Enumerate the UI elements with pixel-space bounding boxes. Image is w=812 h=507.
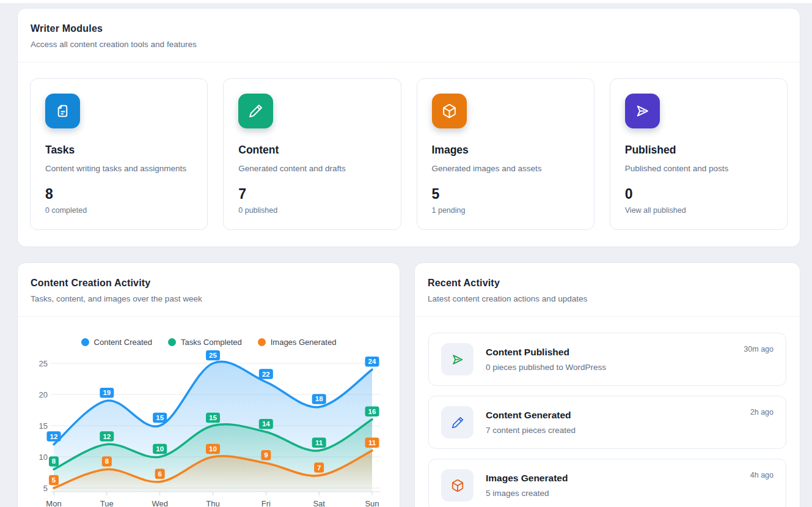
- svg-text:20: 20: [39, 390, 48, 399]
- svg-text:Sat: Sat: [313, 499, 325, 507]
- svg-text:6: 6: [158, 470, 161, 478]
- module-description: Generated images and assets: [432, 164, 579, 173]
- activity-timestamp: 2h ago: [750, 408, 774, 416]
- chart-panel-header: Content Creation Activity Tasks, content…: [18, 263, 400, 317]
- modules-grid: Tasks Content writing tasks and assignme…: [18, 62, 800, 246]
- chart-legend: Content Created Tasks Completed Images G…: [27, 338, 390, 347]
- page-subtitle: Access all content creation tools and fe…: [31, 40, 787, 49]
- module-title: Content: [238, 144, 386, 157]
- activity-timestamp: 4h ago: [750, 471, 774, 479]
- legend-dot-orange: [258, 338, 266, 346]
- chart-title: Content Creation Activity: [31, 278, 387, 289]
- svg-text:14: 14: [262, 420, 270, 427]
- svg-text:10: 10: [209, 445, 217, 453]
- svg-text:10: 10: [39, 453, 48, 462]
- module-substat: 0 completed: [45, 206, 192, 215]
- svg-text:19: 19: [103, 389, 111, 396]
- svg-text:24: 24: [368, 358, 376, 365]
- module-count: 5: [432, 186, 579, 202]
- svg-text:8: 8: [52, 457, 56, 465]
- module-description: Published content and posts: [625, 164, 772, 173]
- activity-description: 7 content pieces created: [486, 426, 738, 435]
- svg-text:Fri: Fri: [262, 499, 271, 507]
- top-divider-strip: [0, 0, 812, 3]
- svg-text:15: 15: [39, 421, 48, 431]
- legend-dot-blue: [81, 338, 89, 346]
- svg-text:11: 11: [315, 439, 323, 446]
- svg-text:5: 5: [43, 484, 48, 493]
- activity-list: Content Published 0 pieces published to …: [415, 317, 800, 507]
- svg-text:7: 7: [317, 464, 321, 472]
- box-icon: [432, 94, 467, 128]
- svg-text:5: 5: [52, 476, 56, 484]
- svg-text:25: 25: [39, 359, 48, 368]
- activity-timestamp: 30m ago: [744, 345, 774, 353]
- activity-content: Content Published 0 pieces published to …: [486, 347, 731, 372]
- recent-activity-subtitle: Latest content creation actions and upda…: [428, 294, 787, 303]
- module-substat: View all published: [625, 206, 772, 215]
- module-count: 7: [238, 186, 386, 202]
- module-card-published[interactable]: Published Published content and posts 0 …: [610, 78, 788, 230]
- module-description: Content writing tasks and assignments: [45, 164, 192, 173]
- legend-label: Content Created: [94, 338, 152, 347]
- svg-text:15: 15: [209, 414, 217, 421]
- module-description: Generated content and drafts: [238, 164, 386, 173]
- send-icon: [441, 343, 474, 376]
- svg-text:12: 12: [50, 433, 58, 440]
- svg-text:Mon: Mon: [46, 499, 61, 507]
- module-count: 8: [45, 186, 192, 202]
- content-creation-activity-panel: Content Creation Activity Tasks, content…: [17, 262, 400, 507]
- activity-description: 0 pieces published to WordPress: [486, 363, 731, 372]
- activity-item-images-generated[interactable]: Images Generated 5 images created 4h ago: [428, 459, 786, 507]
- recent-activity-title: Recent Activity: [428, 278, 787, 289]
- activity-content: Images Generated 5 images created: [486, 473, 738, 498]
- module-title: Published: [625, 144, 772, 157]
- svg-text:Wed: Wed: [152, 499, 168, 507]
- legend-item-images-generated[interactable]: Images Generated: [258, 338, 337, 347]
- legend-item-tasks-completed[interactable]: Tasks Completed: [168, 338, 242, 347]
- pencil-icon: [238, 94, 273, 128]
- module-count: 0: [625, 186, 772, 202]
- box-icon: [441, 469, 474, 501]
- svg-text:16: 16: [368, 408, 376, 415]
- activity-title: Content Published: [486, 347, 731, 358]
- svg-text:8: 8: [105, 457, 109, 465]
- svg-text:11: 11: [368, 439, 376, 446]
- module-title: Tasks: [45, 144, 192, 157]
- svg-text:12: 12: [103, 433, 111, 440]
- writer-modules-panel: Writer Modules Access all content creati…: [17, 8, 800, 247]
- activity-content: Content Generated 7 content pieces creat…: [486, 410, 738, 435]
- legend-label: Tasks Completed: [181, 338, 242, 347]
- svg-text:15: 15: [156, 414, 164, 421]
- pencil-icon: [441, 406, 474, 439]
- activity-item-content-generated[interactable]: Content Generated 7 content pieces creat…: [428, 396, 786, 449]
- activity-title: Images Generated: [486, 473, 738, 484]
- svg-text:Thu: Thu: [206, 499, 219, 507]
- page-title: Writer Modules: [31, 23, 787, 34]
- writer-modules-header: Writer Modules Access all content creati…: [18, 9, 800, 62]
- svg-text:22: 22: [262, 371, 270, 378]
- svg-text:25: 25: [209, 352, 217, 359]
- file-text-icon: [45, 94, 80, 128]
- svg-text:Sun: Sun: [365, 499, 379, 507]
- module-card-images[interactable]: Images Generated images and assets 5 1 p…: [417, 78, 594, 230]
- recent-activity-header: Recent Activity Latest content creation …: [415, 263, 800, 317]
- module-substat: 1 pending: [432, 206, 579, 215]
- module-title: Images: [432, 144, 579, 157]
- legend-item-content-created[interactable]: Content Created: [81, 338, 152, 347]
- activity-description: 5 images created: [486, 489, 738, 498]
- send-icon: [625, 94, 660, 128]
- legend-dot-green: [168, 338, 176, 346]
- activity-item-content-published[interactable]: Content Published 0 pieces published to …: [428, 333, 786, 386]
- module-substat: 0 published: [238, 206, 386, 215]
- module-card-tasks[interactable]: Tasks Content writing tasks and assignme…: [30, 78, 208, 230]
- legend-label: Images Generated: [271, 338, 337, 347]
- module-card-content[interactable]: Content Generated content and drafts 7 0…: [223, 78, 401, 230]
- activity-title: Content Generated: [486, 410, 738, 421]
- chart-body: Content Created Tasks Completed Images G…: [18, 317, 400, 507]
- svg-text:18: 18: [315, 395, 323, 402]
- chart-subtitle: Tasks, content, and images over the past…: [31, 294, 387, 303]
- svg-text:10: 10: [156, 445, 164, 453]
- recent-activity-panel: Recent Activity Latest content creation …: [414, 262, 800, 507]
- svg-text:Tue: Tue: [100, 499, 114, 507]
